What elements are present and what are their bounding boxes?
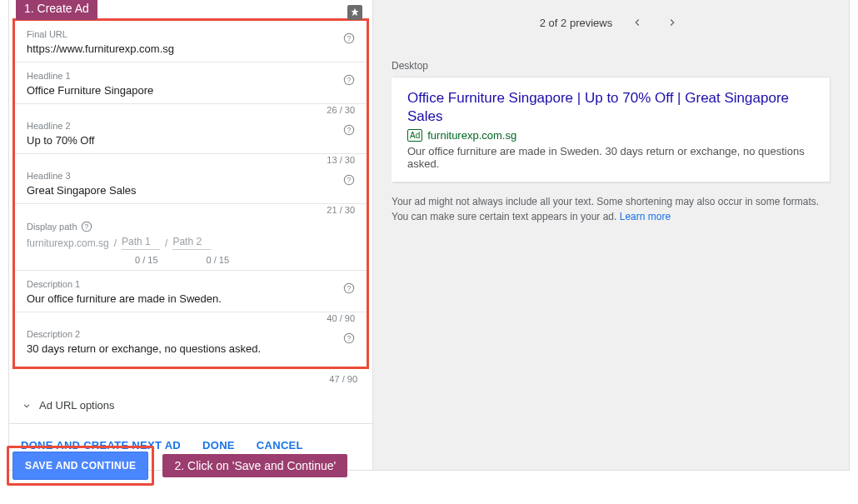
field-headline-3[interactable]: Headline 3 Great Singapore Sales ? 21 / … bbox=[15, 154, 367, 204]
preview-header: 2 of 2 previews bbox=[373, 0, 849, 45]
svg-text:?: ? bbox=[347, 126, 352, 134]
ad-preview-description: Our office furniture are made in Sweden.… bbox=[407, 145, 816, 170]
field-headline-2[interactable]: Headline 2 Up to 70% Off ? 13 / 30 bbox=[15, 104, 367, 154]
learn-more-link[interactable]: Learn more bbox=[620, 211, 671, 222]
ad-form-highlight: Final URL https://www.furniturexp.com.sg… bbox=[12, 18, 369, 369]
ad-preview-url: furniturexp.com.sg bbox=[427, 129, 516, 142]
description1-value: Our office furniture are made in Sweden. bbox=[27, 292, 355, 305]
ad-url-options-toggle[interactable]: Ad URL options bbox=[9, 387, 372, 423]
ad-preview-title: Office Furniture Singapore | Up to 70% O… bbox=[407, 89, 816, 126]
headline3-value: Great Singapore Sales bbox=[27, 184, 355, 197]
svg-text:?: ? bbox=[347, 34, 352, 42]
help-icon[interactable]: ? bbox=[343, 32, 355, 44]
help-icon[interactable]: ? bbox=[343, 124, 355, 136]
help-icon[interactable]: ? bbox=[81, 221, 92, 232]
callout-step-2: 2. Click on 'Save and Continue' bbox=[162, 454, 347, 477]
preview-count: 2 of 2 previews bbox=[540, 17, 612, 29]
final-url-value: https://www.furniturexp.com.sg bbox=[27, 42, 355, 55]
svg-text:?: ? bbox=[347, 334, 352, 342]
display-path-domain: furniturexp.com.sg bbox=[27, 237, 109, 249]
callout-step-1: 1. Create Ad bbox=[16, 0, 97, 20]
help-icon[interactable]: ? bbox=[343, 282, 355, 294]
preview-prev-button[interactable] bbox=[627, 12, 647, 32]
description2-counter: 47 / 90 bbox=[329, 374, 357, 384]
description2-label: Description 2 bbox=[27, 329, 355, 339]
help-icon[interactable]: ? bbox=[343, 332, 355, 344]
headline1-label: Headline 1 bbox=[27, 71, 355, 81]
path2-input[interactable]: Path 2 bbox=[172, 236, 211, 250]
svg-text:?: ? bbox=[347, 176, 352, 184]
display-path-label: Display path ? bbox=[27, 221, 355, 232]
headline2-label: Headline 2 bbox=[27, 121, 355, 131]
final-url-label: Final URL bbox=[27, 29, 355, 39]
tips-icon[interactable] bbox=[347, 5, 362, 20]
svg-text:?: ? bbox=[347, 284, 352, 292]
help-icon[interactable]: ? bbox=[343, 174, 355, 186]
headline3-label: Headline 3 bbox=[27, 171, 355, 181]
description2-value: 30 days return or exchange, no questions… bbox=[27, 342, 355, 355]
path2-counter: 0 / 15 bbox=[207, 255, 230, 265]
field-headline-1[interactable]: Headline 1 Office Furniture Singapore ? … bbox=[15, 62, 367, 104]
field-final-url[interactable]: Final URL https://www.furniturexp.com.sg… bbox=[15, 21, 367, 62]
field-description-1[interactable]: Description 1 Our office furniture are m… bbox=[15, 270, 367, 312]
headline1-value: Office Furniture Singapore bbox=[27, 84, 355, 97]
svg-text:?: ? bbox=[84, 222, 88, 231]
chevron-left-icon bbox=[631, 17, 643, 28]
field-display-path: Display path ? furniturexp.com.sg / Path… bbox=[15, 204, 367, 265]
preview-panel: 2 of 2 previews Desktop Office Furniture… bbox=[373, 0, 849, 470]
description1-label: Description 1 bbox=[27, 279, 355, 289]
ad-preview-card: Office Furniture Singapore | Up to 70% O… bbox=[392, 77, 831, 182]
ad-form-panel: 1. Create Ad Final URL https://www.furni… bbox=[9, 0, 373, 470]
headline2-value: Up to 70% Off bbox=[27, 134, 355, 147]
save-button-highlight: SAVE AND CONTINUE bbox=[7, 446, 154, 486]
ad-badge: Ad bbox=[407, 129, 422, 142]
field-description-2[interactable]: Description 2 30 days return or exchange… bbox=[15, 312, 367, 367]
save-and-continue-button[interactable]: SAVE AND CONTINUE bbox=[12, 452, 148, 480]
preview-note: Your ad might not always include all you… bbox=[392, 194, 831, 224]
chevron-right-icon bbox=[666, 17, 678, 28]
chevron-down-icon bbox=[21, 400, 32, 412]
preview-next-button[interactable] bbox=[662, 12, 682, 32]
preview-device-label: Desktop bbox=[392, 60, 831, 72]
svg-text:?: ? bbox=[347, 76, 352, 84]
path1-counter: 0 / 15 bbox=[135, 255, 158, 265]
help-icon[interactable]: ? bbox=[343, 74, 355, 86]
path1-input[interactable]: Path 1 bbox=[122, 236, 160, 250]
